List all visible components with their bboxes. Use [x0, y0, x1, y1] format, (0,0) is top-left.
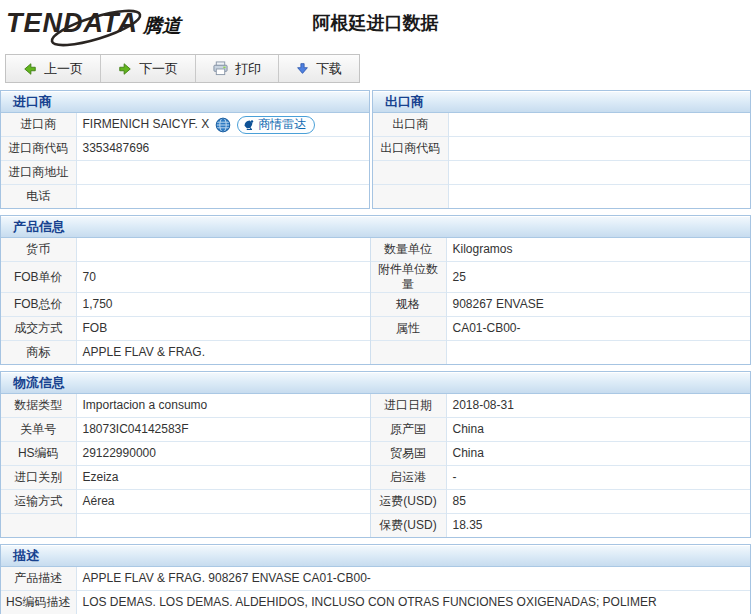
field-label: 规格	[370, 293, 446, 317]
field-label	[1, 514, 76, 538]
logistics-section-header: 物流信息	[1, 372, 750, 394]
field-label: 属性	[370, 317, 446, 341]
table-row: 进口关别 Ezeiza 启运港 -	[1, 466, 750, 490]
table-row: 商标 APPLE FLAV & FRAG.	[1, 341, 750, 365]
print-button[interactable]: 打印	[196, 55, 279, 82]
field-label: 运输方式	[1, 490, 76, 514]
exporter-section-header: 出口商	[373, 91, 750, 113]
field-label: 附件单位数量	[370, 262, 446, 293]
field-value	[448, 113, 750, 137]
logistics-info-panel: 物流信息 数据类型 Importacion a consumo 进口日期 201…	[0, 371, 751, 538]
importer-section-header: 进口商	[1, 91, 369, 113]
table-row: 保费(USD) 18.35	[1, 514, 750, 538]
field-value	[446, 341, 750, 365]
table-row: 产品描述 APPLE FLAV & FRAG. 908267 ENVASE CA…	[1, 567, 750, 591]
field-value	[76, 238, 370, 262]
next-page-button[interactable]: 下一页	[101, 55, 196, 82]
field-label: 电话	[1, 185, 76, 209]
logo-brand-text: TENDATA	[6, 8, 138, 38]
field-label: 贸易国	[370, 442, 446, 466]
importer-panel: 进口商 进口商 FIRMENICH SAICYF. X	[0, 90, 370, 209]
field-value: 70	[76, 262, 370, 293]
toolbar: 上一页 下一页 打印 下载	[5, 54, 360, 83]
prev-page-button[interactable]: 上一页	[6, 55, 101, 82]
field-label: 关单号	[1, 418, 76, 442]
field-label: 数量单位	[370, 238, 446, 262]
field-label: 启运港	[370, 466, 446, 490]
logo-brand-cn-text: 腾道	[143, 15, 181, 36]
table-row	[373, 185, 750, 209]
field-label	[373, 185, 448, 209]
product-info-panel: 产品信息 货币 数量单位 Kilogramos FOB单价 70 附件单位数量 …	[0, 215, 751, 365]
field-label: 运费(USD)	[370, 490, 446, 514]
field-value	[448, 185, 750, 209]
table-row: 出口商代码	[373, 137, 750, 161]
field-value: APPLE FLAV & FRAG.	[76, 341, 370, 365]
field-label: 原产国	[370, 418, 446, 442]
field-value: FIRMENICH SAICYF. X	[76, 113, 369, 137]
field-label: 货币	[1, 238, 76, 262]
arrow-down-icon	[296, 62, 309, 75]
table-row: 进口商 FIRMENICH SAICYF. X	[1, 113, 369, 137]
field-value: China	[446, 418, 750, 442]
importer-exporter-section: 进口商 进口商 FIRMENICH SAICYF. X	[0, 90, 751, 209]
field-value: Kilogramos	[446, 238, 750, 262]
business-radar-badge[interactable]: 商情雷达	[237, 116, 315, 134]
print-label: 打印	[235, 60, 261, 78]
table-row: 电话	[1, 185, 369, 209]
printer-icon	[213, 61, 228, 76]
field-value: 3353487696	[76, 137, 369, 161]
field-label: 进口商代码	[1, 137, 76, 161]
field-value: 908267 ENVASE	[446, 293, 750, 317]
field-value	[448, 137, 750, 161]
product-section-header: 产品信息	[1, 216, 750, 238]
table-row: FOB单价 70 附件单位数量 25	[1, 262, 750, 293]
field-value	[76, 161, 369, 185]
download-button[interactable]: 下载	[279, 55, 359, 82]
arrow-left-icon	[23, 62, 37, 76]
field-label: 进口日期	[370, 394, 446, 418]
field-value	[76, 514, 370, 538]
table-row: 关单号 18073IC04142583F 原产国 China	[1, 418, 750, 442]
table-row: 出口商	[373, 113, 750, 137]
arrow-right-icon	[118, 62, 132, 76]
field-value: APPLE FLAV & FRAG. 908267 ENVASE CA01-CB…	[76, 567, 750, 591]
table-row: HS编码 29122990000 贸易国 China	[1, 442, 750, 466]
field-value: Aérea	[76, 490, 370, 514]
field-label: 进口商	[1, 113, 76, 137]
table-row: 成交方式 FOB 属性 CA01-CB00-	[1, 317, 750, 341]
product-table: 货币 数量单位 Kilogramos FOB单价 70 附件单位数量 25 FO…	[1, 238, 750, 364]
table-row: HS编码描述 LOS DEMAS. LOS DEMAS. ALDEHIDOS, …	[1, 591, 750, 614]
field-value: CA01-CB00-	[446, 317, 750, 341]
field-label	[370, 341, 446, 365]
field-value	[448, 161, 750, 185]
exporter-table: 出口商 出口商代码	[373, 113, 750, 208]
field-value: FOB	[76, 317, 370, 341]
tendata-logo: TENDATA腾道	[6, 8, 181, 39]
prev-page-label: 上一页	[44, 60, 83, 78]
field-label: HS编码	[1, 442, 76, 466]
field-label	[373, 161, 448, 185]
field-label: 成交方式	[1, 317, 76, 341]
field-label: 出口商	[373, 113, 448, 137]
field-label: 进口关别	[1, 466, 76, 490]
importer-table: 进口商 FIRMENICH SAICYF. X	[1, 113, 369, 208]
table-row: 进口商代码 3353487696	[1, 137, 369, 161]
table-row: 进口商地址	[1, 161, 369, 185]
field-label: 出口商代码	[373, 137, 448, 161]
field-label: 产品描述	[1, 567, 76, 591]
field-label: 数据类型	[1, 394, 76, 418]
description-table: 产品描述 APPLE FLAV & FRAG. 908267 ENVASE CA…	[1, 567, 750, 614]
field-value	[76, 185, 369, 209]
field-value: Ezeiza	[76, 466, 370, 490]
globe-icon[interactable]	[215, 117, 231, 133]
logistics-table: 数据类型 Importacion a consumo 进口日期 2018-08-…	[1, 394, 750, 537]
field-value: LOS DEMAS. LOS DEMAS. ALDEHIDOS, INCLUSO…	[76, 591, 750, 614]
field-label: FOB单价	[1, 262, 76, 293]
field-label: 商标	[1, 341, 76, 365]
table-row: 货币 数量单位 Kilogramos	[1, 238, 750, 262]
field-label: FOB总价	[1, 293, 76, 317]
page-header: TENDATA腾道 阿根廷进口数据	[0, 0, 751, 54]
description-section-header: 描述	[1, 545, 750, 567]
field-value: 1,750	[76, 293, 370, 317]
